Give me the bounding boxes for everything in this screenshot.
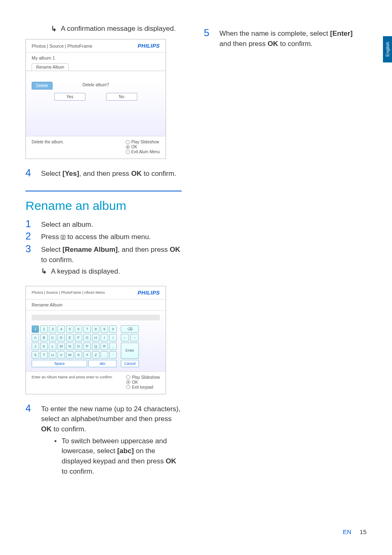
key-P: P xyxy=(83,343,91,350)
brand-logo: PHILIPS xyxy=(138,290,160,296)
cancel-key: Cancel xyxy=(121,360,139,367)
hint-play: Play Slideshow xyxy=(131,140,159,144)
key-M: M xyxy=(58,343,65,350)
brand-logo: PHILIPS xyxy=(138,43,160,49)
backspace-key: ⌫ xyxy=(121,325,139,333)
screenshot-keypad: Photos | Source | PhotoFrame | Album Men… xyxy=(25,286,166,394)
hint-exit: Exit keypad xyxy=(132,385,153,389)
status-text: Enter an Album Name and press enter to c… xyxy=(32,375,113,390)
step-number: 1 xyxy=(25,219,41,230)
space-key: Space xyxy=(32,360,87,367)
key-S: S xyxy=(32,351,39,359)
enter-key: Enter xyxy=(121,343,139,359)
key-Q: Q xyxy=(92,343,99,350)
bullet-text: A confirmation message is displayed. xyxy=(61,25,176,33)
breadcrumb: Photos | Source | PhotoFrame | Album Men… xyxy=(32,290,105,295)
key-A: A xyxy=(32,334,39,341)
step-number: 5 xyxy=(204,28,219,49)
step-number: 4 xyxy=(25,403,41,477)
result-bullet: ↳ A confirmation message is displayed. xyxy=(51,25,182,33)
key-E: E xyxy=(66,334,74,341)
page-number: 15 xyxy=(360,528,367,535)
key-X: X xyxy=(75,351,82,359)
key-O: O xyxy=(75,343,82,350)
hint-ok: OK xyxy=(132,380,138,385)
step-5: 5 When the name is complete, select [Ent… xyxy=(204,28,360,49)
step-4: 4 Select [Yes], and then press OK to con… xyxy=(25,168,182,179)
step-number: 3 xyxy=(25,244,41,283)
key-!: ! xyxy=(109,334,117,341)
tab-delete: Delete xyxy=(32,82,53,90)
key-T: T xyxy=(40,351,48,359)
tab-row: Rename Album xyxy=(26,63,166,71)
step-number: 4 xyxy=(25,168,41,179)
key-R: R xyxy=(101,343,108,350)
hint-play: Play Slideshow xyxy=(132,375,160,380)
tab-rename: Rename Album xyxy=(32,63,69,71)
key-D: D xyxy=(58,334,65,341)
key-Z: Z xyxy=(92,351,99,359)
key-2: 2 xyxy=(40,325,48,333)
hint-exit: Exit Alum Menu xyxy=(131,150,160,154)
key-L: L xyxy=(49,343,56,350)
yes-button: Yes xyxy=(54,93,85,101)
key-H: H xyxy=(92,334,99,341)
breadcrumb: Photos | Source | PhotoFrame xyxy=(32,44,92,48)
page-footer: EN 15 xyxy=(343,528,367,535)
key-7: 7 xyxy=(83,325,91,333)
key-G: G xyxy=(83,334,91,341)
key-J: J xyxy=(32,343,39,350)
key-C: C xyxy=(49,334,56,341)
nav-dot-icon xyxy=(126,375,130,379)
step-3: 3 Select [Rename Album], and then press … xyxy=(25,244,182,283)
bullet-icon: • xyxy=(54,436,62,477)
tab-rename: Rename Album xyxy=(26,299,166,311)
arrow-right-key: → xyxy=(130,334,138,341)
language-tab: English xyxy=(383,36,392,62)
album-row: My album 1 xyxy=(26,52,166,63)
page-content: ↳ A confirmation message is displayed. P… xyxy=(0,0,392,495)
screenshot-delete-album: Photos | Source | PhotoFrame PHILIPS My … xyxy=(25,39,166,159)
arrow-icon: ↳ xyxy=(51,25,61,33)
step-number: 2 xyxy=(25,231,41,242)
nav-dot-icon xyxy=(126,380,130,384)
key-': ' xyxy=(109,351,117,359)
nav-dot-icon xyxy=(126,140,130,144)
key-K: K xyxy=(40,343,48,350)
footer-lang: EN xyxy=(343,528,351,535)
key-B: B xyxy=(40,334,48,341)
key-I: I xyxy=(101,334,108,341)
key-Y: Y xyxy=(83,351,91,359)
key-3: 3 xyxy=(49,325,56,333)
no-button: No xyxy=(106,93,137,101)
key-1: 1 xyxy=(32,325,39,333)
menu-icon xyxy=(61,235,65,240)
step-1: 1 Select an album. xyxy=(25,219,182,230)
nav-dot-icon xyxy=(126,145,130,149)
step-4b: 4 To enter the new name (up to 24 charac… xyxy=(25,403,182,477)
nav-dot-icon xyxy=(126,150,130,154)
key-9: 9 xyxy=(101,325,108,333)
left-column: ↳ A confirmation message is displayed. P… xyxy=(25,25,182,478)
arrow-icon: ↳ xyxy=(41,267,51,277)
right-column: 5 When the name is complete, select [Ent… xyxy=(204,25,360,478)
status-text: Delete the album. xyxy=(32,140,64,154)
hint-ok: OK xyxy=(131,145,137,149)
key-0: 0 xyxy=(109,325,117,333)
text-field xyxy=(32,315,160,320)
key-F: F xyxy=(75,334,82,341)
key-.: . xyxy=(101,351,108,359)
key-U: U xyxy=(49,351,56,359)
key-4: 4 xyxy=(58,325,65,333)
arrow-left-key: ← xyxy=(121,334,129,341)
key-V: V xyxy=(58,351,65,359)
key-,: , xyxy=(109,343,117,350)
key-8: 8 xyxy=(92,325,99,333)
key-N: N xyxy=(66,343,74,350)
key-6: 6 xyxy=(75,325,82,333)
section-heading: Rename an album xyxy=(25,199,182,212)
key-W: W xyxy=(66,351,74,359)
keypad-grid: 1234567890 ABCDEFGHI! JKLMNOPQR, STUVWXY… xyxy=(32,325,117,367)
nav-dot-icon xyxy=(126,385,130,389)
key-5: 5 xyxy=(66,325,74,333)
